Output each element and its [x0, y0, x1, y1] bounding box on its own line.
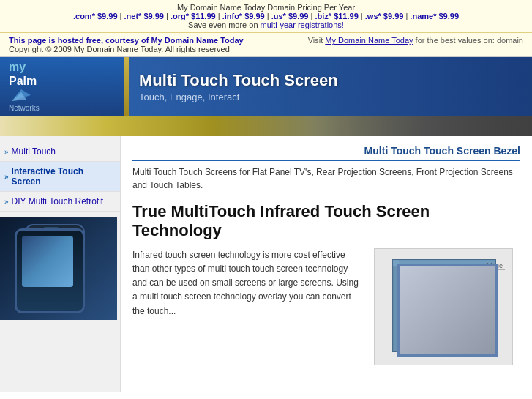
site-title: Multi Touch Touch Screen: [139, 71, 517, 90]
svg-rect-15: [393, 260, 399, 351]
logo-subtitle: Networks: [9, 104, 40, 113]
hosting-right: Visit My Domain Name Today for the best …: [308, 36, 523, 45]
sidebar-item-label-2: Interactive Touch Screen: [12, 166, 114, 187]
content-intro: Multi Touch Touch Screens for Flat Panel…: [132, 165, 520, 192]
logo-text: myPalm Networks: [9, 60, 40, 113]
header: myPalm Networks Multi Touch Touch Screen…: [0, 57, 532, 116]
svg-point-9: [50, 292, 59, 301]
main-layout: » Multi Touch » Interactive Touch Screen…: [0, 136, 532, 392]
article-title: True MultiTouch Infrared Touch Screen Te…: [132, 202, 520, 241]
sidebar-item-multi-touch[interactable]: » Multi Touch: [0, 142, 120, 162]
svg-rect-13: [400, 267, 488, 344]
domain-bar-title: My Domain Name Today Domain Pricing Per …: [6, 3, 526, 12]
logo-area: myPalm Networks: [0, 57, 124, 116]
article-body: Infrared touch screen technology is more…: [132, 248, 520, 365]
bezel-illustration: Bezel face: [374, 248, 513, 365]
svg-rect-10: [44, 227, 59, 229]
hosting-bar: This page is hosted free, courtesy of My…: [0, 33, 532, 57]
svg-rect-3: [26, 225, 84, 309]
domain-link-us[interactable]: .us* $9.99: [271, 12, 309, 20]
domain-link-net[interactable]: .net* $9.99: [124, 12, 164, 20]
domain-link-com[interactable]: .com* $9.99: [73, 12, 118, 20]
svg-text:Bezel face: Bezel face: [472, 262, 503, 269]
article-text: Infrared touch screen technology is more…: [132, 248, 362, 365]
domain-bar: My Domain Name Today Domain Pricing Per …: [0, 0, 532, 33]
svg-rect-12: [393, 260, 495, 351]
content-section-title: Multi Touch Touch Screen Bezel: [132, 145, 520, 161]
multi-year-link[interactable]: multi-year registrations!: [261, 20, 344, 29]
content: Multi Touch Touch Screen Bezel Multi Tou…: [121, 136, 532, 392]
sidebar-item-diy-multi-touch[interactable]: » DIY Multi Touch Retrofit: [0, 192, 120, 212]
svg-rect-4: [31, 231, 79, 283]
domain-link-org[interactable]: .org* $11.99: [171, 12, 216, 20]
phone-image: [0, 217, 117, 320]
domain-link-info[interactable]: .info* $9.99: [222, 12, 265, 20]
domain-link-biz[interactable]: .biz* $11.99: [315, 12, 358, 20]
sidebar-arrow-icon: »: [4, 148, 9, 156]
svg-rect-2: [0, 217, 117, 320]
sidebar-item-label-3: DIY Multi Touch Retrofit: [12, 196, 104, 206]
hosting-copyright: Copyright © 2009 My Domain Name Today. A…: [9, 45, 230, 53]
svg-rect-5: [34, 234, 76, 277]
article-image: Bezel face: [374, 248, 520, 365]
hosting-title: This page is hosted free, courtesy of My…: [9, 36, 244, 45]
hosting-domain-link[interactable]: My Domain Name Today: [325, 36, 413, 45]
bezel-svg: Bezel face: [375, 249, 513, 365]
hosting-left: This page is hosted free, courtesy of My…: [9, 36, 244, 53]
sidebar-item-interactive-touch-screen[interactable]: » Interactive Touch Screen: [0, 162, 120, 192]
site-tagline: Touch, Engage, Interact: [139, 92, 517, 102]
sidebar-item-label: Multi Touch: [12, 146, 56, 157]
sidebar: » Multi Touch » Interactive Touch Screen…: [0, 136, 121, 392]
domain-links: .com* $9.99 | .net* $9.99 | .org* $11.99…: [6, 12, 526, 20]
sidebar-arrow-icon-3: »: [4, 198, 9, 206]
header-title-area: Multi Touch Touch Screen Touch, Engage, …: [124, 57, 532, 116]
domain-save-text: Save even more on multi-year registratio…: [6, 20, 526, 29]
deco-bar: [0, 116, 532, 136]
sidebar-arrow-icon-2: »: [4, 173, 9, 181]
domain-link-name[interactable]: .name* $9.99: [410, 12, 459, 20]
domain-link-ws[interactable]: .ws* $9.99: [365, 12, 404, 20]
phone-svg: [0, 217, 117, 320]
logo-wing-icon: [10, 88, 32, 102]
